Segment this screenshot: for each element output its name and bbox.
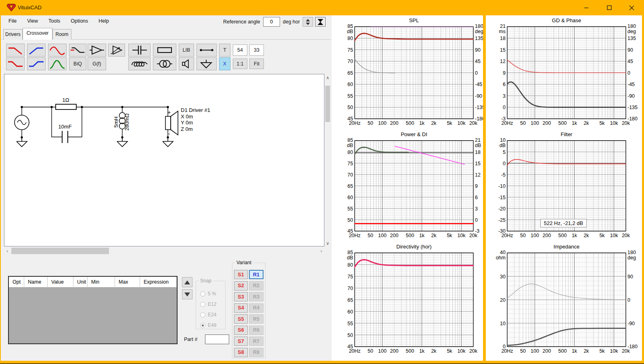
svg-text:200: 200 [543, 233, 551, 238]
scroll-down-icon[interactable]: ∨ [324, 240, 331, 246]
svg-text:90: 90 [627, 274, 633, 280]
up-arrow-icon [184, 280, 190, 284]
snap-option-E48: E48 [200, 322, 216, 328]
zoom-1to1-button[interactable]: 1:1 [233, 59, 247, 69]
menu-help[interactable]: Help [93, 16, 114, 27]
svg-text:20k: 20k [469, 233, 478, 238]
lowpass-filter-button[interactable] [6, 44, 25, 57]
svg-text:1k: 1k [419, 233, 425, 238]
svg-text:deg: deg [475, 29, 483, 34]
variant-s3-button[interactable]: S3 [234, 292, 248, 301]
driver-text-line: D1 Driver #1 [181, 107, 210, 113]
column-header-name[interactable]: Name [24, 277, 48, 288]
opamp-button[interactable] [108, 44, 125, 57]
count-54-button[interactable]: 54 [233, 44, 247, 56]
svg-text:80: 80 [347, 262, 353, 268]
tab-crossover[interactable]: Crossover [23, 28, 52, 40]
chart-directivity-hor: Directivity (hor)858075706560555045dB20H… [333, 242, 483, 357]
svg-text:-5: -5 [501, 172, 506, 178]
zoom-fit-button[interactable]: Fit [249, 59, 264, 69]
shelf-filter-button[interactable] [69, 44, 86, 57]
angle-step-toggle-button[interactable] [315, 17, 326, 27]
tab-drivers[interactable]: Drivers [3, 29, 23, 40]
svg-text:ohm: ohm [496, 255, 506, 261]
resistor-button[interactable] [153, 44, 176, 57]
ground-button[interactable] [197, 57, 217, 70]
maximize-icon [607, 5, 612, 10]
variant-s6-button[interactable]: S6 [234, 326, 248, 335]
part-number-input[interactable] [205, 335, 229, 344]
horizontal-scrollbar-thumb[interactable] [11, 248, 109, 254]
speaker-icon [179, 58, 194, 70]
resistor-symbol [56, 104, 76, 109]
svg-text:500: 500 [406, 120, 414, 126]
minimize-button[interactable] [577, 0, 595, 15]
peak-filter-button[interactable] [48, 57, 67, 70]
column-header-max[interactable]: Max [115, 277, 140, 288]
highpass-icon [27, 44, 45, 56]
menu-tools[interactable]: Tools [43, 16, 65, 27]
chart-gd-phase: GD & Phase211815129630-3ms18013590450-45… [486, 15, 642, 129]
scroll-up-icon[interactable]: ∧ [324, 74, 331, 81]
svg-text:2k: 2k [583, 120, 589, 126]
svg-text:50: 50 [520, 120, 526, 126]
variant-s1-button[interactable]: S1 [234, 270, 248, 279]
svg-text:100: 100 [531, 348, 539, 354]
variant-r1-button[interactable]: R1 [249, 270, 263, 279]
svg-text:-135: -135 [475, 105, 483, 110]
highshelf-filter-button[interactable] [27, 57, 46, 70]
variant-s8-button[interactable]: S8 [234, 348, 248, 357]
move-up-button[interactable] [182, 277, 192, 287]
variant-s5-button[interactable]: S5 [234, 314, 248, 324]
maximize-button[interactable] [600, 0, 618, 15]
gain-function-button[interactable]: G(f) [88, 57, 106, 70]
driver-plus-label: + [167, 109, 171, 116]
variant-s7-button[interactable]: S7 [234, 337, 248, 346]
horizontal-scrollbar[interactable]: ‹ › [4, 247, 324, 255]
variant-s4-button[interactable]: S4 [234, 303, 248, 313]
highpass-filter-button[interactable] [27, 44, 46, 57]
column-header-unit[interactable]: Unit [73, 277, 88, 288]
vertical-scrollbar[interactable]: ∧ ∨ [324, 74, 331, 246]
tab-room[interactable]: Room [52, 29, 71, 40]
lowshelf-filter-button[interactable] [6, 57, 25, 70]
reference-angle-spinner[interactable] [303, 17, 313, 27]
bandpass-filter-button[interactable] [48, 44, 67, 57]
menu-file[interactable]: File [3, 16, 22, 27]
svg-text:200: 200 [390, 233, 399, 238]
schematic-canvas[interactable]: 1Ω10mF5mH280mΩ+-D1 Driver #1X 0mY 0mZ 0m [4, 74, 324, 246]
menu-view[interactable]: View [22, 16, 43, 27]
move-down-button[interactable] [182, 289, 192, 299]
scroll-left-icon[interactable]: ‹ [4, 247, 10, 255]
chart-impedance: Impedance403020100ohm180900-90-180deg20H… [486, 242, 642, 357]
column-header-min[interactable]: Min [88, 277, 115, 288]
capacitor-button[interactable] [128, 44, 151, 57]
column-header-opt[interactable]: Opt [9, 277, 24, 288]
count-33-button[interactable]: 33 [249, 44, 264, 56]
vertical-scrollbar-thumb[interactable] [325, 86, 330, 122]
svg-text:dB: dB [347, 255, 353, 261]
transformer-button[interactable] [153, 57, 176, 70]
speaker-button[interactable] [179, 57, 194, 70]
wire-button[interactable] [197, 44, 217, 57]
inductor-button[interactable] [128, 57, 151, 70]
buffer-button[interactable] [88, 44, 106, 57]
variant-s2-button[interactable]: S2 [234, 281, 248, 290]
column-header-value[interactable]: Value [48, 277, 73, 288]
close-button[interactable] [623, 0, 640, 15]
biquad-button[interactable]: BiQ [69, 57, 86, 70]
svg-text:deg: deg [627, 255, 636, 261]
delete-button[interactable]: X [219, 57, 230, 70]
text-tool-button[interactable]: T [219, 44, 230, 57]
scroll-right-icon[interactable]: › [318, 247, 324, 255]
svg-text:Power & DI: Power & DI [401, 131, 427, 137]
driver-text-line: X 0m [181, 114, 193, 120]
svg-text:40: 40 [500, 250, 506, 255]
menu-options[interactable]: Options [65, 16, 93, 27]
svg-text:3: 3 [475, 206, 478, 212]
column-header-expression[interactable]: Expression [140, 277, 177, 288]
reference-angle-input[interactable] [263, 17, 280, 27]
svg-text:1k: 1k [572, 120, 577, 126]
buffer-icon [88, 44, 106, 56]
library-button[interactable]: LIB [179, 44, 194, 57]
